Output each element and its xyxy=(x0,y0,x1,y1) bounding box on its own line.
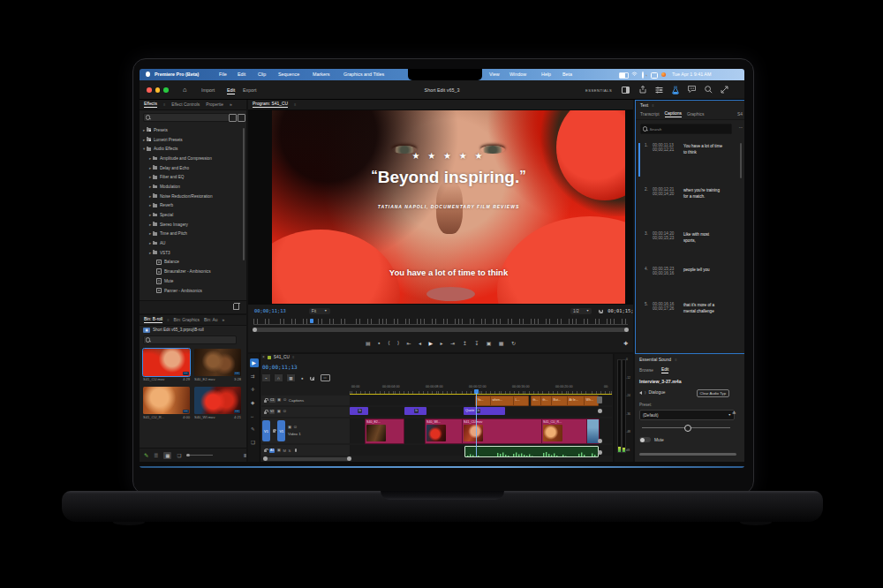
play-button-icon[interactable]: ▶ xyxy=(428,340,433,346)
caption-row[interactable]: 1. 00;00;11;1300;00;12;21 You have a lot… xyxy=(645,143,722,156)
video-clip[interactable]: S40_E2... xyxy=(365,418,404,444)
effects-scrollbar[interactable] xyxy=(243,128,245,260)
snap-toggle[interactable]: ⌁ xyxy=(261,373,271,382)
source-patch-v1[interactable]: V1 xyxy=(262,420,270,441)
camera-icon[interactable]: ▣ xyxy=(487,340,492,346)
feedback-chat-icon[interactable] xyxy=(688,86,696,93)
tree-item[interactable]: ▸Time and Pitch xyxy=(141,230,240,239)
track-target-v1[interactable]: V1 xyxy=(277,420,285,441)
a1-track-lane[interactable] xyxy=(350,445,612,456)
captions-visibility-icon[interactable]: cc xyxy=(321,374,330,381)
menu-file[interactable]: File xyxy=(219,72,227,77)
program-timecode[interactable]: 00;00;11;13 xyxy=(254,308,286,313)
settings-wrench-icon[interactable] xyxy=(598,309,602,313)
caption-row[interactable]: 3. 00;00;14;2000;00;15;23 Like with most… xyxy=(645,231,722,245)
caption-row[interactable]: 4. 00;00;15;2300;00;16;16 people tell yo… xyxy=(645,267,722,275)
menu-markers[interactable]: Markers xyxy=(313,72,329,77)
scroll-handle-right[interactable] xyxy=(347,456,351,461)
tree-item[interactable]: ▸Filter and EQ xyxy=(141,172,240,182)
tree-item[interactable]: ▸Lumetri Presets xyxy=(141,135,240,145)
comparison-view-icon[interactable]: ▦ xyxy=(499,340,504,346)
menu-help[interactable]: Help xyxy=(541,72,551,77)
selection-tool[interactable]: ▶ xyxy=(250,358,259,367)
panel-menu-icon[interactable]: ≡ xyxy=(167,318,169,322)
insert-track-icon[interactable]: ▣ xyxy=(277,449,281,452)
timeline-wrench-icon[interactable] xyxy=(310,376,314,381)
workspace-icon[interactable] xyxy=(622,87,630,94)
save-preset-icon[interactable]: ≛ xyxy=(732,411,736,416)
menu-clip[interactable]: Clip xyxy=(258,72,266,77)
intensity-slider-track[interactable] xyxy=(642,427,730,428)
tabs-overflow-icon[interactable]: » xyxy=(230,102,232,107)
loop-icon[interactable]: ↻ xyxy=(511,340,516,346)
playhead-line[interactable] xyxy=(476,393,477,456)
step-back-icon[interactable]: ◂ xyxy=(419,340,421,346)
fit-dropdown[interactable]: Fit▼ xyxy=(309,308,330,314)
lane-scroll-knob[interactable] xyxy=(598,439,602,443)
clip-item[interactable]: ••• S41_CU_R...4:00 xyxy=(143,387,190,419)
menu-graphics-titles[interactable]: Graphics and Titles xyxy=(343,72,384,77)
captions-track-lane[interactable]: Yo... when... L... th... th... But... At… xyxy=(350,396,612,405)
mark-in-icon[interactable]: { xyxy=(388,340,389,345)
more-options-button[interactable]: ... xyxy=(739,124,743,129)
tab-browse[interactable]: Browse xyxy=(639,368,653,373)
battery-icon[interactable] xyxy=(619,72,629,79)
bins-search-input[interactable] xyxy=(143,335,237,344)
tree-item[interactable]: ▸Noise Reduction/Restoration xyxy=(141,192,240,201)
track-solo-button[interactable]: S xyxy=(288,449,291,453)
tree-item[interactable]: ▾Audio Effects xyxy=(141,144,240,154)
panel-menu-icon[interactable]: ≡ xyxy=(652,103,653,108)
resolution-dropdown[interactable]: 1/2▼ xyxy=(570,308,592,314)
captions-scrollbar[interactable] xyxy=(740,143,742,178)
clear-audio-type-button[interactable]: Clear Audio Typ xyxy=(697,389,729,397)
mic-icon[interactable] xyxy=(295,449,298,452)
export-frame-icon[interactable]: ▤ xyxy=(366,340,371,346)
workspace-label[interactable]: ESSENTIALS xyxy=(585,88,612,93)
list-view-icon[interactable]: ☰ xyxy=(154,453,158,458)
scroll-handle-left[interactable] xyxy=(263,456,268,461)
timeline-ruler[interactable]: 00;00 00;00;04;00 00;00;08;00 00;00;12;0… xyxy=(350,385,612,394)
step-forward-icon[interactable]: ▸ xyxy=(441,340,443,346)
go-to-in-icon[interactable]: ⇤ xyxy=(406,340,411,346)
graphic-clip-quote[interactable]: Quote fx xyxy=(464,407,505,415)
apple-menu-icon[interactable] xyxy=(146,72,150,77)
clip-options-badge[interactable]: ••• xyxy=(234,372,240,375)
tree-item[interactable]: Balance xyxy=(141,258,240,268)
tab-transcript[interactable]: Transcript xyxy=(640,112,660,117)
timeline-scrollbar[interactable] xyxy=(264,457,351,461)
bin-breadcrumb[interactable]: ▣ Short Edit v65_3.prproj\B-roll xyxy=(143,328,204,333)
clip-item[interactable]: ••• S41_CU.mov4:29 xyxy=(143,349,190,381)
timeline-display-settings[interactable]: ▦ xyxy=(286,373,296,382)
share-icon[interactable] xyxy=(639,86,646,94)
tab-bin-broll[interactable]: Bin: B-roll xyxy=(144,317,162,323)
scroll-handle-right[interactable] xyxy=(624,328,629,332)
program-mini-ruler[interactable] xyxy=(253,319,628,325)
scroll-handle-left[interactable] xyxy=(253,328,257,332)
button-editor-icon[interactable]: ✚ xyxy=(623,340,628,346)
razor-tool[interactable]: ◆ xyxy=(251,400,254,405)
tree-item[interactable]: ▸Stereo Imagery xyxy=(141,220,240,230)
clip-item[interactable]: ••• S40_WI.mov4:21 xyxy=(194,387,241,419)
program-video-frame[interactable]: ★ ★ ★ ★ ★ “Beyond inspiring.” TATIANA NA… xyxy=(272,110,625,304)
linked-selection-toggle[interactable]: ∩ xyxy=(274,373,283,382)
track-visibility-icon[interactable]: ⊙ xyxy=(283,410,286,413)
tree-item[interactable]: ▸Modulation xyxy=(141,182,240,192)
menu-beta[interactable]: Beta xyxy=(562,72,572,77)
program-playhead[interactable] xyxy=(310,319,313,322)
hand-tool[interactable]: ❏ xyxy=(251,440,255,445)
clip-options-badge[interactable]: ••• xyxy=(234,410,240,413)
close-icon[interactable]: × xyxy=(262,355,265,359)
lift-icon[interactable]: ↥ xyxy=(463,340,467,346)
clip-item[interactable]: ••• S40_E2.mov3:28 xyxy=(194,349,241,381)
program-scrollbar[interactable] xyxy=(253,328,628,332)
v1-track-lane[interactable]: S40_E2... S40_WI... S41_CU.mov S41_CU_R.… xyxy=(350,418,612,443)
track-select-tool[interactable]: ⇉ xyxy=(251,373,255,379)
ripple-edit-tool[interactable]: ✛ xyxy=(251,387,255,392)
lane-scroll-knob[interactable] xyxy=(598,409,602,413)
menubar-app-name[interactable]: Premiere Pro (Beta) xyxy=(155,72,199,77)
wifi-icon[interactable] xyxy=(631,72,638,77)
mark-out-icon[interactable]: } xyxy=(397,340,399,345)
menu-view[interactable]: View xyxy=(489,72,500,77)
clip-options-badge[interactable]: ••• xyxy=(183,372,189,375)
caption-row[interactable]: 2. 00;00;12;2100;00;14;20 when you're tr… xyxy=(645,187,722,200)
